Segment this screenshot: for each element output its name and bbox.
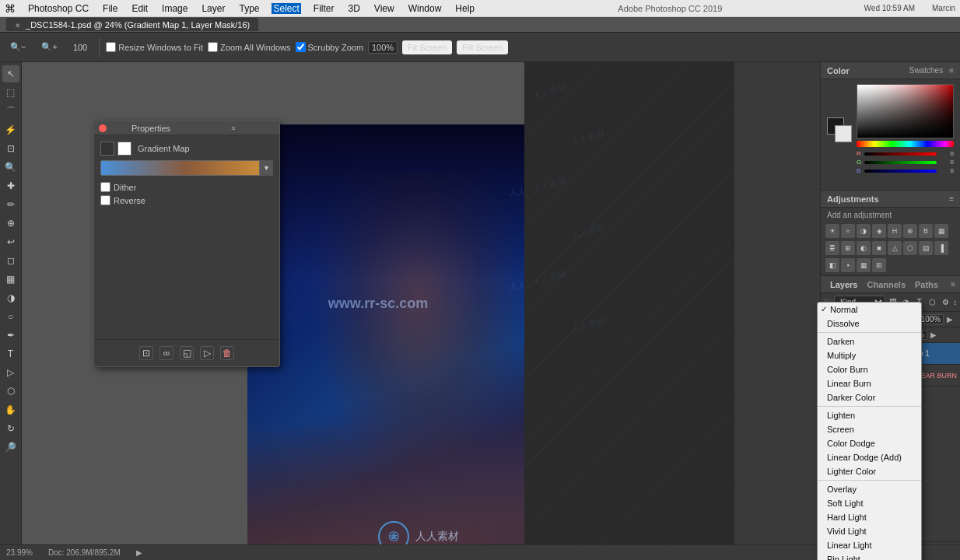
tool-quick-select[interactable]: ⚡: [2, 121, 19, 138]
adj-pattern[interactable]: ⊞: [872, 258, 886, 272]
tool-pen[interactable]: ✒: [2, 327, 19, 344]
blend-item-lighten[interactable]: Lighten: [818, 408, 921, 422]
adj-channelmix[interactable]: ≣: [825, 241, 839, 255]
menu-3d[interactable]: 3D: [347, 3, 362, 14]
blend-item-darken[interactable]: Darken: [818, 334, 921, 348]
filter-smart-icon[interactable]: ⚙: [940, 296, 951, 309]
tool-hand[interactable]: ✋: [2, 401, 19, 418]
adj-hsl[interactable]: H: [888, 224, 902, 238]
tool-marquee[interactable]: ⬚: [2, 84, 19, 101]
blend-item-vivid-light[interactable]: Vivid Light: [818, 524, 921, 538]
blend-item-multiply[interactable]: Multiply: [818, 348, 921, 362]
tool-eraser[interactable]: ◻: [2, 252, 19, 269]
menu-filter[interactable]: Filter: [312, 3, 336, 14]
blend-item-linear-burn[interactable]: Linear Burn: [818, 376, 921, 390]
gradient-dropdown-button[interactable]: ▼: [259, 160, 273, 176]
tool-lasso[interactable]: ⌒: [2, 103, 19, 120]
fill-arrow[interactable]: ▶: [930, 331, 937, 339]
channels-tab[interactable]: Channels: [862, 280, 910, 289]
menu-file[interactable]: File: [101, 3, 119, 14]
color-panel-menu[interactable]: ≡: [949, 66, 954, 75]
adj-exposure[interactable]: ◑: [857, 224, 871, 238]
menu-layer[interactable]: Layer: [200, 3, 226, 14]
adj-vibrance[interactable]: ◈: [872, 224, 886, 238]
menu-select[interactable]: Select: [272, 3, 300, 14]
adj-colorbalance[interactable]: ⊕: [903, 224, 917, 238]
resize-windows-label[interactable]: Resize Windows to Fit: [106, 42, 203, 52]
color-gradient-picker[interactable]: [857, 84, 954, 138]
adj-curves[interactable]: ≈: [841, 224, 855, 238]
menu-type[interactable]: Type: [237, 3, 261, 14]
filter-shape-icon[interactable]: ⬡: [927, 296, 938, 309]
tool-crop[interactable]: ⊡: [2, 140, 19, 157]
zoom-all-checkbox[interactable]: [208, 42, 218, 52]
menu-photoshop[interactable]: Photoshop CC: [26, 3, 90, 14]
blend-item-linear-dodge[interactable]: Linear Dodge (Add): [818, 450, 921, 464]
tool-eyedropper[interactable]: 🔍: [2, 159, 19, 176]
blend-item-pin-light[interactable]: Pin Light: [818, 552, 921, 560]
adj-posterize[interactable]: ■: [872, 241, 886, 255]
opacity-arrow[interactable]: ▶: [947, 315, 953, 324]
adj-photofilter[interactable]: ▦: [934, 224, 948, 238]
blend-item-color-dodge[interactable]: Color Dodge: [818, 436, 921, 450]
reset-icon[interactable]: ⊡: [139, 346, 153, 360]
dither-checkbox[interactable]: [100, 182, 110, 192]
reverse-checkbox[interactable]: [100, 195, 110, 205]
adj-bw[interactable]: B: [919, 224, 933, 238]
g-slider[interactable]: [864, 161, 937, 164]
adj-brightness[interactable]: ☀: [825, 224, 839, 238]
status-arrow[interactable]: ▶: [136, 548, 142, 557]
adj-invert[interactable]: ◐: [857, 241, 871, 255]
tool-rotate-view[interactable]: ↻: [2, 420, 19, 437]
menu-view[interactable]: View: [373, 3, 396, 14]
mask-icon[interactable]: ◱: [180, 346, 194, 360]
blend-item-darker-color[interactable]: Darker Color: [818, 390, 921, 404]
blend-item-dissolve[interactable]: Dissolve: [818, 317, 921, 331]
adj-threshold[interactable]: △: [888, 241, 902, 255]
blend-item-linear-light[interactable]: Linear Light: [818, 538, 921, 552]
r-slider[interactable]: [864, 152, 937, 156]
blend-item-normal[interactable]: Normal: [818, 303, 921, 317]
adj-gradient2[interactable]: ▦: [857, 258, 871, 272]
gradient-bar-container[interactable]: ▼: [100, 160, 273, 176]
delete-icon[interactable]: 🗑: [220, 346, 234, 360]
reverse-row[interactable]: Reverse: [100, 195, 273, 205]
dither-row[interactable]: Dither: [100, 182, 273, 192]
adjustments-menu[interactable]: ≡: [949, 194, 954, 203]
tool-zoom[interactable]: 🔎: [2, 439, 19, 456]
adj-gradientmap[interactable]: ▤: [919, 241, 933, 255]
tool-dodge[interactable]: ○: [2, 308, 19, 325]
color-tab-swatches[interactable]: Swatches: [909, 66, 943, 75]
adj-selectivecolor[interactable]: ⬡: [903, 241, 917, 255]
document-tab[interactable]: ✕ _DSC1584-1.psd @ 24% (Gradient Map 1, …: [6, 18, 258, 31]
menu-help[interactable]: Help: [454, 3, 476, 14]
properties-close-button[interactable]: [99, 124, 107, 132]
layers-panel-menu[interactable]: ≡: [951, 280, 955, 289]
scrubby-zoom-checkbox[interactable]: [296, 42, 306, 52]
menu-window[interactable]: Window: [407, 3, 443, 14]
b-slider[interactable]: [864, 170, 937, 173]
tool-blur[interactable]: ◑: [2, 289, 19, 306]
blend-item-lighter-color[interactable]: Lighter Color: [818, 464, 921, 478]
properties-menu-icon[interactable]: ≡: [192, 124, 275, 132]
collapse-icon[interactable]: ↕: [954, 299, 958, 306]
paths-tab[interactable]: Paths: [910, 280, 943, 289]
fit-screen-button[interactable]: Fit Screen: [402, 40, 452, 54]
clip-icon[interactable]: ▷: [200, 346, 214, 360]
menu-edit[interactable]: Edit: [130, 3, 149, 14]
properties-titlebar[interactable]: Properties ≡: [94, 121, 279, 135]
background-swatch[interactable]: [835, 125, 852, 142]
blend-item-soft-light[interactable]: Soft Light: [818, 496, 921, 510]
blend-item-hard-light[interactable]: Hard Light: [818, 510, 921, 524]
tool-text[interactable]: T: [2, 345, 19, 362]
tool-move[interactable]: ↖: [2, 65, 19, 82]
tool-gradient[interactable]: ▦: [2, 271, 19, 288]
tool-zoom-100[interactable]: 100: [68, 40, 93, 54]
blend-item-color-burn[interactable]: Color Burn: [818, 362, 921, 376]
fill-screen-button[interactable]: Fill Screen: [457, 40, 508, 54]
tool-path-select[interactable]: ▷: [2, 364, 19, 381]
tool-brush[interactable]: ✏: [2, 196, 19, 213]
blend-item-screen[interactable]: Screen: [818, 422, 921, 436]
tool-zoom-out[interactable]: 🔍−: [5, 40, 31, 54]
tool-history-brush[interactable]: ↩: [2, 233, 19, 250]
